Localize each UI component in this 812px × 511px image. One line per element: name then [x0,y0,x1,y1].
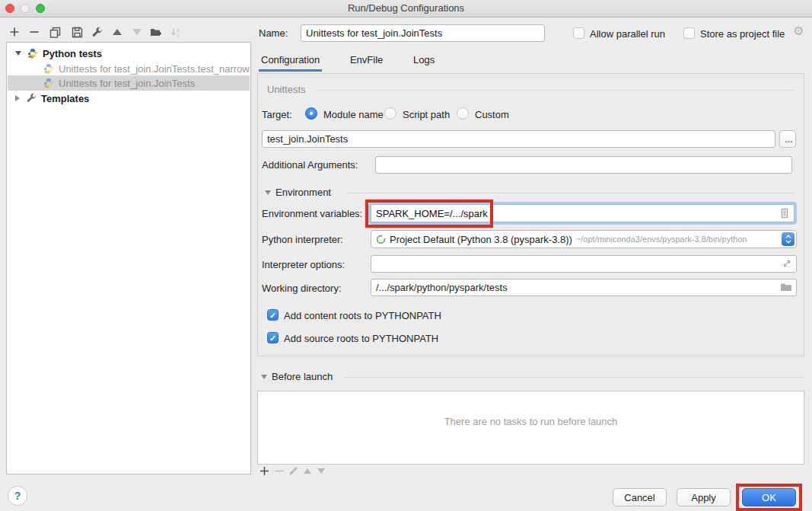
additional-arguments-label: Additional Arguments: [262,159,358,171]
minus-icon [29,27,40,37]
plus-icon [260,466,269,476]
tab-bar: Configuration EnvFile Logs [259,49,460,72]
radio-script-path-label: Script path [403,109,450,120]
additional-arguments-input[interactable] [375,156,792,174]
before-launch-collapse-icon[interactable] [261,375,267,379]
radio-module-name-label: Module name [323,109,384,120]
dropdown-spinner-icon[interactable] [782,232,794,246]
tree-item-unittests-jointests-selected[interactable]: Unittests for test_join.JoinTests [8,75,250,91]
wrench-icon [91,27,103,38]
save-icon [72,27,83,38]
svg-text:z: z [177,33,180,38]
unittests-group-title: Unittests [267,84,306,95]
tab-logs[interactable]: Logs [411,49,437,72]
tree-item-templates[interactable]: Templates [8,91,250,106]
allow-parallel-run-checkbox[interactable] [573,27,584,39]
triangle-up-icon [113,29,122,35]
python-test-icon [43,63,54,74]
apply-button[interactable]: Apply [677,488,731,506]
interpreter-combobox[interactable]: Project Default (Python 3.8 (pyspark-3.8… [371,230,797,248]
ok-button[interactable]: OK [742,488,796,506]
radio-module-name[interactable] [305,107,317,120]
target-label: Target: [262,109,292,120]
title-bar: Run/Debug Configurations [0,0,812,18]
radio-custom-label: Custom [475,109,509,120]
triangle-up-icon [304,468,311,474]
wrench-icon [26,93,37,104]
chevron-right-icon [15,95,20,101]
environment-variables-input[interactable] [371,208,779,219]
add-configuration-button[interactable] [6,24,23,40]
svg-text:a: a [177,27,180,32]
tree-item-label: Unittests for test_join.JoinTests.test_n… [59,63,250,75]
plus-icon [9,27,20,37]
browse-target-button[interactable]: ... [779,130,796,148]
move-down-button[interactable] [129,24,145,40]
environment-collapse-icon[interactable] [265,190,271,195]
triangle-down-icon [132,29,142,35]
configuration-panel: Unittests Target: Module name Script pat… [257,73,804,356]
copy-icon [49,27,61,38]
before-launch-header[interactable]: Before launch [272,371,333,382]
save-configuration-button[interactable] [68,24,85,40]
add-content-roots-checkbox[interactable]: ✓ [267,309,279,321]
tree-item-label: Python tests [43,48,102,59]
add-source-roots-label: Add source roots to PYTHONPATH [284,333,438,344]
python-tests-icon [27,48,38,59]
before-launch-divider [344,377,804,378]
target-module-input[interactable] [262,130,775,148]
conda-env-icon [376,235,386,244]
sort-configurations-button[interactable]: az [167,24,184,40]
up-down-chevrons-icon [785,234,792,244]
tab-envfile[interactable]: EnvFile [348,49,385,72]
interpreter-options-label: Interpreter options: [262,259,345,270]
radio-script-path[interactable] [384,107,396,120]
window-title: Run/Debug Configurations [0,0,812,17]
working-directory-label: Working directory: [262,283,342,294]
copy-configuration-button[interactable] [46,24,63,40]
radio-custom[interactable] [457,107,469,120]
folder-icon[interactable] [780,282,792,292]
move-up-button[interactable] [109,24,126,40]
new-folder-icon [150,27,162,38]
tree-item-label: Templates [41,93,89,104]
move-task-down-button[interactable] [313,462,330,479]
tree-item-python-tests[interactable]: Python tests [8,46,250,61]
interpreter-path: ~/opt/miniconda3/envs/pyspark-3.8/bin/py… [576,235,747,244]
remove-configuration-button[interactable] [26,24,43,40]
chevron-down-icon [15,51,21,56]
help-button[interactable]: ? [8,486,27,506]
environment-variables-field [371,204,794,222]
tab-configuration[interactable]: Configuration [259,49,322,72]
name-input[interactable] [301,24,545,42]
minus-icon [275,466,285,476]
expand-field-icon[interactable] [782,258,792,269]
cancel-button[interactable]: Cancel [613,488,667,506]
before-launch-empty-message: There are no tasks to run before launch [258,391,804,427]
triangle-down-icon [317,468,325,474]
interpreter-options-input[interactable] [371,255,797,273]
store-as-project-file-label: Store as project file [700,28,785,40]
pencil-icon [288,465,299,476]
gear-icon[interactable]: ⚙ [793,24,804,38]
add-source-roots-checkbox[interactable]: ✓ [267,332,279,343]
tree-item-unittests-test-narrow[interactable]: Unittests for test_join.JoinTests.test_n… [8,61,250,76]
sort-az-icon: az [170,27,182,38]
environment-divider [348,193,795,193]
python-test-icon [43,78,54,88]
browse-env-vars-icon[interactable] [779,208,790,219]
interpreter-name: Project Default (Python 3.8 (pyspark-3.8… [390,234,572,245]
allow-parallel-run-label: Allow parallel run [590,28,665,40]
add-task-button[interactable] [256,462,272,479]
new-folder-button[interactable] [148,24,164,40]
python-interpreter-label: Python interpreter: [262,234,343,245]
environment-variables-label: Environment variables: [262,208,362,219]
environment-section-header[interactable]: Environment [275,187,331,198]
add-content-roots-label: Add content roots to PYTHONPATH [284,310,441,321]
working-directory-input[interactable] [371,279,797,296]
store-as-project-file-checkbox[interactable] [683,27,695,39]
before-launch-task-list[interactable]: There are no tasks to run before launch [257,391,804,465]
tree-item-label: Unittests for test_join.JoinTests [59,78,195,89]
configurations-tree: Python tests Unittests for test_join.Joi… [6,42,251,474]
edit-templates-button[interactable] [88,24,105,40]
